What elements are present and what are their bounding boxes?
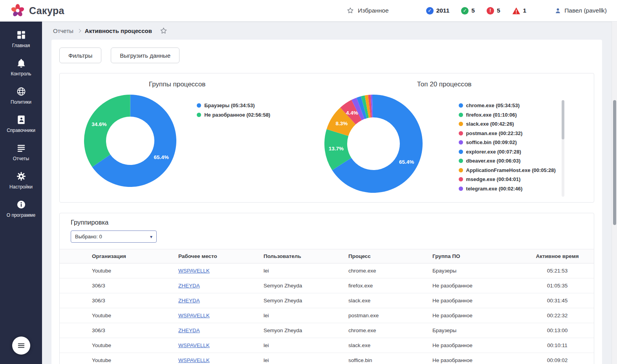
sidebar-item-references[interactable]: Справочники <box>0 110 42 138</box>
cell-process: soffice.bin <box>344 353 428 364</box>
badge-count: 5 <box>471 7 475 14</box>
legend-item: slack.exe (00:42:26) <box>459 119 556 129</box>
user-menu[interactable]: Павел (pavellk) <box>555 7 607 14</box>
svg-text:65.4%: 65.4% <box>154 154 169 160</box>
legend-label: dbeaver.exe (00:06:03) <box>466 158 521 164</box>
status-badge-total[interactable]: ✓2011 <box>426 7 450 15</box>
cell-process: slack.exe <box>344 293 428 308</box>
check-circle-icon: ✓ <box>461 7 469 15</box>
cell-software-group: Браузеры <box>428 263 521 278</box>
book-icon <box>16 115 26 125</box>
cell-software-group: Не разобранное <box>428 353 521 364</box>
legend-color-dot <box>459 177 463 181</box>
list-icon <box>16 143 26 153</box>
logo[interactable]: Сакура <box>10 3 64 18</box>
cell-workplace: WSPAVELLK <box>174 338 260 353</box>
info-icon <box>16 199 26 210</box>
donut-chart-process-groups[interactable]: 65.4%34.6% <box>84 95 176 187</box>
cell-organization: Youtube <box>88 338 174 353</box>
page-scrollbar-thumb[interactable] <box>613 100 616 225</box>
legend-item: dbeaver.exe (00:06:03) <box>459 156 556 166</box>
favorites-button[interactable]: Избранное <box>346 7 389 15</box>
sidebar-item-label: Отчеты <box>13 156 29 161</box>
grouping-select[interactable]: Выбрано: 0 ▾ <box>71 230 157 243</box>
sidebar-item-control[interactable]: Контроль <box>0 53 42 81</box>
sidebar: ГлавнаяКонтрольПолитикиСправочникиОтчеты… <box>0 22 42 364</box>
cell-active-time: 01:05:35 <box>521 278 594 293</box>
legend-color-dot <box>197 103 201 108</box>
legend-label: postman.exe (00:22:32) <box>466 130 523 136</box>
workplace-link[interactable]: ZHEYDA <box>178 327 200 333</box>
legend-label: firefox.exe (01:10:06) <box>466 112 517 118</box>
cell-organization: Youtube <box>88 353 174 364</box>
sidebar-toggle-button[interactable] <box>12 337 30 355</box>
sidebar-item-about[interactable]: О программе <box>0 194 42 223</box>
sidebar-item-label: Главная <box>12 43 30 48</box>
column-header: Организация <box>88 249 174 263</box>
exclaim-circle-icon: ! <box>487 7 494 15</box>
status-badge-errors[interactable]: !5 <box>487 7 500 15</box>
legend-item: explorer.exe (00:07:28) <box>459 147 556 157</box>
legend-color-dot <box>459 122 463 126</box>
cell-organization: 306/3 <box>88 323 174 338</box>
cell-process: chrome.exe <box>344 263 428 278</box>
legend-scrollbar[interactable] <box>562 100 564 197</box>
legend-color-dot <box>459 131 463 135</box>
legend-color-dot <box>459 168 463 172</box>
workplace-link[interactable]: ZHEYDA <box>178 283 200 289</box>
sidebar-item-label: Справочники <box>7 128 35 133</box>
breadcrumb-parent[interactable]: Отчеты <box>53 27 73 34</box>
cell-active-time: 00:22:32 <box>521 308 594 323</box>
legend-label: telegram.exe (00:02:46) <box>466 186 523 192</box>
chart-legend: Браузеры (05:34:53)Не разобранное (02:56… <box>197 95 270 119</box>
table-row: YoutubeWSPAVELLKleislack.exeНе разобранн… <box>60 338 594 353</box>
legend-label: msedge.exe (00:04:01) <box>466 176 521 182</box>
cell-process: slack.exe <box>344 338 428 353</box>
dashboard-icon <box>16 30 26 40</box>
legend-scrollbar-thumb[interactable] <box>562 100 564 139</box>
svg-text:34.6%: 34.6% <box>92 121 106 127</box>
legend-item: Не разобранное (02:56:58) <box>197 110 270 120</box>
table-row: YoutubeWSPAVELLKleichrome.exeБраузеры05:… <box>60 263 594 278</box>
status-badge-warnings[interactable]: 1 <box>512 7 527 15</box>
status-badge-ok[interactable]: ✓5 <box>461 7 475 15</box>
favorite-star-icon[interactable] <box>159 27 168 35</box>
donut-chart-top-processes[interactable]: 65.4%13.7%8.3%4.4% <box>324 95 423 193</box>
workplace-link[interactable]: WSPAVELLK <box>178 342 210 348</box>
sidebar-item-policies[interactable]: Политики <box>0 81 42 110</box>
sidebar-item-home[interactable]: Главная <box>0 25 42 53</box>
cell-process: firefox.exe <box>344 278 428 293</box>
cell-software-group: Браузеры <box>428 323 521 338</box>
filters-button[interactable]: Фильтры <box>59 48 101 63</box>
menu-icon <box>17 341 26 350</box>
cell-workplace: ZHEYDA <box>174 323 260 338</box>
legend-label: Браузеры (05:34:53) <box>204 102 254 108</box>
column-header: Группа ПО <box>428 249 521 263</box>
column-header: Процесс <box>344 249 428 263</box>
legend-label: slack.exe (00:42:26) <box>466 121 514 127</box>
legend-item: ApplicationFrameHost.exe (00:05:28) <box>459 166 556 175</box>
legend-color-dot <box>197 113 201 117</box>
sidebar-item-settings[interactable]: Настройки <box>0 166 42 194</box>
legend-label: soffice.bin (00:09:02) <box>466 139 517 145</box>
sidebar-item-label: Настройки <box>9 184 33 190</box>
sidebar-item-label: О программе <box>7 212 35 218</box>
activity-table: ОрганизацияРабочее местоПользовательПроц… <box>60 249 594 364</box>
page-scrollbar[interactable] <box>612 22 617 364</box>
workplace-link[interactable]: WSPAVELLK <box>178 357 210 363</box>
workplace-link[interactable]: WSPAVELLK <box>178 268 210 274</box>
cell-active-time: 00:31:45 <box>521 293 594 308</box>
chart-top-processes: Топ 20 процессов 65.4%13.7%8.3%4.4% chro… <box>295 79 594 193</box>
cell-software-group: Не разобранное <box>428 293 521 308</box>
workplace-link[interactable]: ZHEYDA <box>178 298 200 304</box>
column-header-spacer <box>60 249 88 263</box>
sidebar-item-reports[interactable]: Отчеты <box>0 138 42 166</box>
badge-count: 2011 <box>436 7 450 14</box>
cell-user: Semyon Zheyda <box>260 293 344 308</box>
cell-software-group: Не разобранное <box>428 278 521 293</box>
cell-workplace: WSPAVELLK <box>174 263 260 278</box>
chevron-down-icon: ▾ <box>150 234 152 240</box>
cell-process: postman.exe <box>344 308 428 323</box>
workplace-link[interactable]: WSPAVELLK <box>178 313 210 318</box>
export-data-button[interactable]: Выгрузить данные <box>111 48 179 63</box>
